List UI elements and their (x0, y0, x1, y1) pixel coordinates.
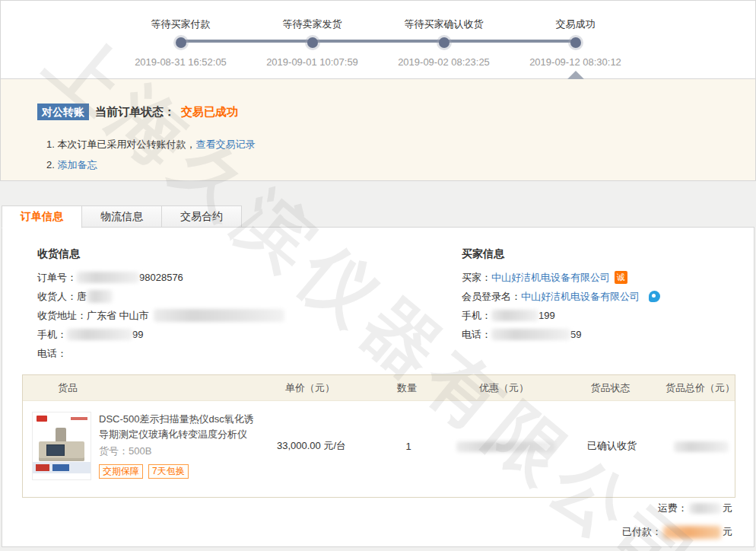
product-service-tags: 交期保障 7天包换 (99, 464, 260, 479)
currency-unit: 元 (723, 525, 732, 539)
step-label: 等待买家确认收货 (378, 18, 510, 33)
credit-cert-icon[interactable]: 诚 (615, 271, 627, 284)
redacted-discount (456, 441, 555, 452)
paid-amount-label: 已付款： (622, 525, 662, 539)
redacted-buyer-mobile (491, 310, 538, 321)
timeline-dot (176, 37, 186, 48)
product-title-link[interactable]: DSC-500差示扫描量热仪dsc氧化诱导期测定仪玻璃化转变温度分析仪 (99, 412, 260, 442)
redacted-address (154, 309, 284, 322)
step-timestamp: 2019-08-31 16:52:05 (115, 56, 246, 68)
timeline-steps: 等待买家付款 2019-08-31 16:52:05 等待卖家发货 2019-0… (115, 1, 641, 68)
product-sku: 货号：500B (99, 444, 260, 458)
buyer-login-row: 会员登录名： 中山好洁机电设备有限公司 (462, 287, 660, 306)
tab-order-info[interactable]: 订单信息 (2, 205, 82, 228)
receiver-phone-label: 电话： (37, 344, 67, 363)
order-number-label: 订单号： (37, 268, 77, 287)
status-note: 2. 添加备忘 (46, 154, 755, 175)
header-item: 货品 (23, 381, 259, 395)
order-totals: 运费： 元 已付款： 元 (622, 502, 732, 549)
header-discount: 优惠（元） (453, 381, 555, 395)
receiver-info-section: 收货信息 订单号： 98028576 收货人： 唐 收货地址： 广东省 中山市 … (37, 247, 284, 363)
receiver-name-row: 收货人： 唐 (37, 287, 284, 306)
timeline-step-confirm-receipt: 等待买家确认收货 2019-09-02 08:23:25 (378, 18, 510, 68)
buyer-name-row: 买家： 中山好洁机电设备有限公司 诚 (462, 268, 660, 287)
unit-price-cell: 33,000.00 元/台 (260, 439, 363, 453)
receiver-name-visible: 唐 (77, 287, 87, 306)
buyer-mobile-label: 手机： (462, 306, 491, 325)
shipping-fee-row: 运费： 元 (622, 502, 732, 515)
receiver-mobile-label: 手机： (37, 325, 67, 344)
status-note: 1. 本次订单已采用对公转账付款，查看交易记录 (46, 134, 755, 154)
shipping-fee-label: 运费： (658, 502, 688, 515)
step-label: 交易成功 (510, 18, 641, 33)
payment-method-badge: 对公转账 (37, 104, 89, 120)
note-text: 1. 本次订单已采用对公转账付款， (46, 139, 195, 150)
product-image[interactable] (32, 412, 91, 480)
current-step-arrow-icon (567, 71, 584, 79)
buyer-company-link[interactable]: 中山好洁机电设备有限公司 (491, 268, 610, 287)
order-status-panel: 对公转账 当前订单状态： 交易已成功 1. 本次订单已采用对公转账付款，查看交易… (0, 78, 756, 181)
order-status-value: 交易已成功 (181, 105, 238, 119)
timeline-step-shipped: 等待卖家发货 2019-09-01 10:07:59 (246, 18, 378, 68)
login-name-label: 会员登录名： (462, 287, 521, 306)
header-unit-price: 单价（元） (259, 381, 361, 395)
receiver-mobile-visible: 99 (132, 325, 143, 344)
transaction-timeline-panel: 等待买家付款 2019-08-31 16:52:05 等待卖家发货 2019-0… (0, 0, 756, 78)
step-timestamp: 2019-09-01 10:07:59 (246, 56, 378, 68)
receiver-mobile-row: 手机： 99 (37, 325, 284, 344)
trademanager-chat-icon[interactable] (649, 291, 660, 302)
redacted-order-number (77, 272, 139, 283)
discount-cell (454, 440, 557, 452)
buyer-info-title: 买家信息 (462, 247, 660, 261)
timeline-dot (307, 37, 318, 48)
redacted-item-total (674, 441, 729, 452)
timeline-dot (570, 37, 581, 48)
header-item-status: 货品状态 (555, 381, 665, 395)
receiver-address-row: 收货地址： 广东省 中山市 (37, 306, 284, 325)
receiver-info-title: 收货信息 (37, 247, 284, 261)
order-items-table: 货品 单价（元） 数量 优惠（元） 货品状态 货品总价（元） DSC-500差示… (22, 374, 735, 498)
seven-day-return-tag: 7天包换 (148, 464, 189, 479)
step-timestamp: 2019-09-02 08:23:25 (378, 56, 510, 68)
item-cell: DSC-500差示扫描量热仪dsc氧化诱导期测定仪玻璃化转变温度分析仪 货号：5… (23, 412, 260, 480)
item-total-cell (667, 440, 735, 452)
items-table-header: 货品 单价（元） 数量 优惠（元） 货品状态 货品总价（元） (23, 375, 735, 401)
receiver-address-label: 收货地址： (37, 306, 87, 325)
view-transaction-record-link[interactable]: 查看交易记录 (195, 139, 255, 150)
buyer-phone-row: 电话： 59 (462, 325, 660, 344)
currency-unit: 元 (723, 502, 732, 515)
status-notes: 1. 本次订单已采用对公转账付款，查看交易记录 2. 添加备忘 (46, 134, 755, 175)
order-status-label: 当前订单状态： (95, 105, 175, 119)
timeline-step-paid: 等待买家付款 2019-08-31 16:52:05 (115, 18, 246, 68)
paid-amount-row: 已付款： 元 (622, 525, 732, 539)
tab-logistics-info[interactable]: 物流信息 (81, 205, 162, 228)
buyer-mobile-visible: 199 (538, 306, 555, 325)
product-info: DSC-500差示扫描量热仪dsc氧化诱导期测定仪玻璃化转变温度分析仪 货号：5… (99, 412, 260, 480)
buyer-phone-label: 电话： (462, 325, 491, 344)
quantity-cell: 1 (363, 441, 454, 452)
step-label: 等待卖家发货 (246, 18, 378, 33)
item-row: DSC-500差示扫描量热仪dsc氧化诱导期测定仪玻璃化转变温度分析仪 货号：5… (23, 401, 735, 497)
delivery-guarantee-tag: 交期保障 (99, 464, 143, 479)
timeline-step-success: 交易成功 2019-09-12 08:30:12 (510, 18, 641, 68)
header-item-total: 货品总价（元） (665, 381, 735, 395)
buyer-info-section: 买家信息 买家： 中山好洁机电设备有限公司 诚 会员登录名： 中山好洁机电设备有… (462, 247, 660, 344)
tab-trade-contract[interactable]: 交易合约 (161, 205, 242, 228)
redacted-receiver-name (87, 290, 113, 303)
login-name-link[interactable]: 中山好洁机电设备有限公司 (521, 287, 640, 306)
timeline-dot (439, 37, 449, 48)
order-number-visible: 98028576 (139, 268, 183, 287)
buyer-mobile-row: 手机： 199 (462, 306, 660, 325)
step-label: 等待买家付款 (115, 18, 246, 33)
add-memo-link[interactable]: 添加备忘 (57, 159, 97, 170)
order-number-row: 订单号： 98028576 (37, 268, 284, 287)
redacted-paid-amount (663, 526, 721, 539)
redacted-mobile (67, 329, 132, 340)
item-status-cell: 已确认收货 (557, 439, 667, 453)
order-detail-page: 上海久滨仪器有限公司 等待买家付款 2019-08-31 16:52:05 等待… (0, 0, 756, 551)
order-info-panel: 收货信息 订单号： 98028576 收货人： 唐 收货地址： 广东省 中山市 … (2, 227, 754, 547)
receiver-address-visible: 广东省 中山市 (87, 306, 149, 325)
order-tabs: 订单信息 物流信息 交易合约 (2, 205, 241, 228)
redacted-buyer-phone (491, 329, 570, 340)
header-quantity: 数量 (361, 381, 453, 395)
